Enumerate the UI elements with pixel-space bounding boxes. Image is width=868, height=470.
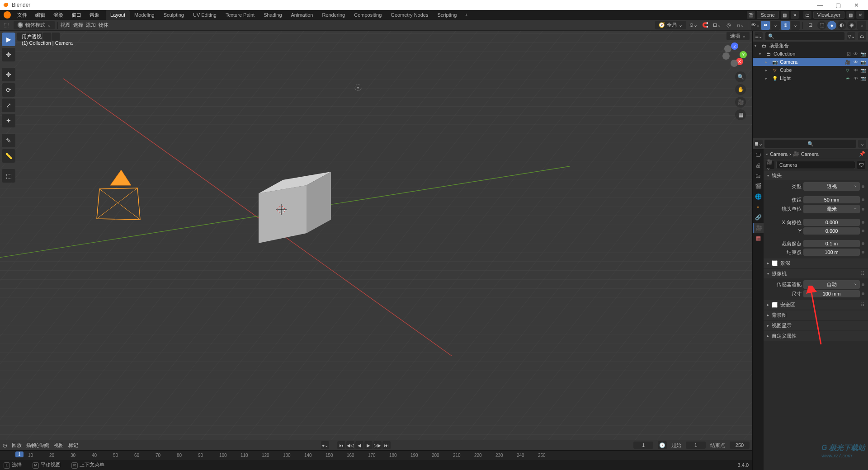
- window-minimize-button[interactable]: —: [811, 2, 829, 9]
- tab-scripting[interactable]: Scripting: [433, 10, 461, 20]
- datablock-browse-icon[interactable]: 🎥⌄: [766, 161, 774, 169]
- rotate-tool[interactable]: ⟳: [2, 83, 15, 97]
- gizmo-toggle[interactable]: ⬌: [761, 21, 770, 30]
- clipstart-value[interactable]: 0.1 m: [803, 240, 860, 247]
- viewlayer-remove-button[interactable]: ✕: [856, 11, 864, 19]
- playhead[interactable]: 1: [15, 451, 24, 457]
- menu-edit[interactable]: 编辑: [32, 11, 49, 19]
- overlay-selector[interactable]: ⌄: [791, 21, 800, 30]
- outliner-scene-collection[interactable]: ▾🗀 场景集合: [753, 42, 868, 50]
- keyframe-dot[interactable]: [862, 221, 864, 224]
- camera-view-icon[interactable]: 🎥: [735, 97, 746, 108]
- preview-range-toggle[interactable]: 🕓: [658, 441, 667, 449]
- scale-tool[interactable]: ⤢: [2, 99, 15, 112]
- editor-type-button[interactable]: ⬚: [2, 21, 11, 30]
- tab-modeling[interactable]: Modeling: [130, 10, 159, 20]
- viewport-options[interactable]: 选项 ⌄: [726, 32, 750, 40]
- gizmo-y[interactable]: Y: [740, 51, 747, 58]
- properties-editor-type[interactable]: ≣⌄: [755, 140, 763, 148]
- tab-geometry-nodes[interactable]: Geometry Nodes: [386, 10, 433, 20]
- scene-browse-button[interactable]: ▦: [781, 11, 789, 19]
- cursor-tool[interactable]: ✥: [2, 48, 15, 61]
- keyframe-dot[interactable]: [862, 242, 864, 245]
- keyframe-dot[interactable]: [862, 208, 864, 211]
- solid-shading[interactable]: ●: [827, 21, 836, 30]
- keyframe-dot[interactable]: [862, 185, 864, 188]
- pin-icon[interactable]: 📌: [859, 151, 865, 157]
- navigation-gizmo[interactable]: Z Y X: [722, 42, 747, 67]
- pivot-selector[interactable]: ⊙⌄: [689, 21, 698, 30]
- panel-safe-header[interactable]: ▸ 安全区⠿: [764, 300, 868, 310]
- move-tool[interactable]: ✥: [2, 68, 15, 81]
- material-shading[interactable]: ◐: [837, 21, 846, 30]
- add-cube-tool[interactable]: ⬚: [2, 169, 15, 183]
- snap-toggle[interactable]: 🧲: [701, 21, 710, 30]
- window-maximize-button[interactable]: ▢: [829, 2, 847, 9]
- overlay-toggle[interactable]: ⊚: [781, 21, 790, 30]
- item-render-toggle[interactable]: 📷: [860, 60, 866, 65]
- tab-object-data[interactable]: 🎥: [753, 223, 764, 233]
- outliner-item-cube[interactable]: ▸▽ Cube ▽ 👁📷: [753, 66, 868, 74]
- properties-options[interactable]: ⌄: [858, 140, 866, 148]
- add-menu[interactable]: 添加: [86, 22, 96, 28]
- viewlayer-new-button[interactable]: ▦: [846, 11, 854, 19]
- outliner-filter[interactable]: ▽⌄: [847, 32, 855, 40]
- panel-camera-menu-icon[interactable]: ⠿: [861, 271, 864, 277]
- viewlayer-icon[interactable]: 🗂: [803, 11, 811, 19]
- jump-start[interactable]: ⏮: [337, 441, 345, 449]
- proportional-selector[interactable]: ∩⌄: [736, 21, 745, 30]
- tab-constraints[interactable]: 🔗: [753, 212, 764, 222]
- panel-custom-header[interactable]: ▸自定义属性: [764, 331, 868, 341]
- menu-render[interactable]: 渲染: [50, 11, 67, 19]
- shifty-value[interactable]: 0.000: [803, 227, 860, 235]
- panel-dof-header[interactable]: ▸ 景深: [764, 258, 868, 268]
- keyframe-dot[interactable]: [862, 198, 864, 201]
- outliner-collection[interactable]: ▾🗀 Collection ☑👁📷: [753, 50, 868, 58]
- properties-search[interactable]: 🔍: [764, 140, 856, 148]
- viewlayer-selector[interactable]: ViewLayer: [813, 11, 844, 19]
- panel-display-header[interactable]: ▸视图显示: [764, 321, 868, 330]
- xray-toggle[interactable]: ⊡: [806, 21, 815, 30]
- panel-lens-header[interactable]: ▾镜头: [764, 171, 868, 180]
- window-close-button[interactable]: ✕: [847, 2, 865, 9]
- wireframe-shading[interactable]: ⬚: [817, 21, 826, 30]
- orientation-selector[interactable]: 🧭 全局 ⌄: [655, 21, 686, 29]
- panel-safe-menu-icon[interactable]: ⠿: [861, 302, 864, 308]
- outliner-new-collection[interactable]: 🗀: [858, 32, 866, 40]
- mode-selector[interactable]: 🔘 物体模式 ⌄: [14, 21, 55, 29]
- focal-value[interactable]: 50 mm: [803, 196, 860, 203]
- safe-enable-checkbox[interactable]: [772, 302, 778, 308]
- rendered-shading[interactable]: ◉: [847, 21, 856, 30]
- menu-file[interactable]: 文件: [14, 11, 31, 19]
- panel-camera-header[interactable]: ▾摄像机⠿: [764, 269, 868, 278]
- keyframe-dot[interactable]: [862, 251, 864, 254]
- autokey-toggle[interactable]: ●⌄: [321, 441, 329, 449]
- jump-next-key[interactable]: ▷▶: [373, 441, 382, 449]
- shading-selector[interactable]: ⌄: [857, 21, 866, 30]
- type-value[interactable]: 透视: [803, 182, 860, 191]
- play[interactable]: ▶: [364, 441, 373, 449]
- timeline-editor-type[interactable]: ◷: [3, 442, 7, 448]
- gizmo-selector[interactable]: ⌄: [771, 21, 780, 30]
- gizmo-neg-z[interactable]: [731, 60, 738, 67]
- tab-uv-editing[interactable]: UV Editing: [189, 10, 221, 20]
- gizmo-z[interactable]: Z: [731, 42, 738, 50]
- tab-texture-paint[interactable]: Texture Paint: [221, 10, 259, 20]
- item-hide-toggle[interactable]: 👁: [853, 68, 859, 73]
- transform-tool[interactable]: ✦: [2, 114, 15, 127]
- scene-new-button[interactable]: ✕: [791, 11, 799, 19]
- tab-world[interactable]: 🌐: [753, 192, 764, 202]
- scene-selector[interactable]: Scene: [757, 11, 779, 19]
- outliner-editor-type[interactable]: ≣⌄: [755, 32, 763, 40]
- item-hide-toggle[interactable]: 👁: [853, 60, 859, 65]
- fit-value[interactable]: 自动: [803, 280, 860, 289]
- outliner[interactable]: ▾🗀 场景集合 ▾🗀 Collection ☑👁📷 ▸📷 Camera 🎥 👁📷…: [753, 42, 868, 138]
- visibility-toggle[interactable]: 👁⌄: [751, 21, 760, 30]
- zoom-icon[interactable]: 🔍: [735, 71, 746, 82]
- tab-animation[interactable]: Animation: [287, 10, 318, 20]
- gizmo-neg-x[interactable]: [724, 45, 731, 52]
- tab-compositing[interactable]: Compositing: [349, 10, 386, 20]
- clipend-value[interactable]: 100 m: [803, 249, 860, 256]
- tab-add-button[interactable]: +: [461, 11, 471, 19]
- datablock-name[interactable]: Camera: [776, 161, 855, 169]
